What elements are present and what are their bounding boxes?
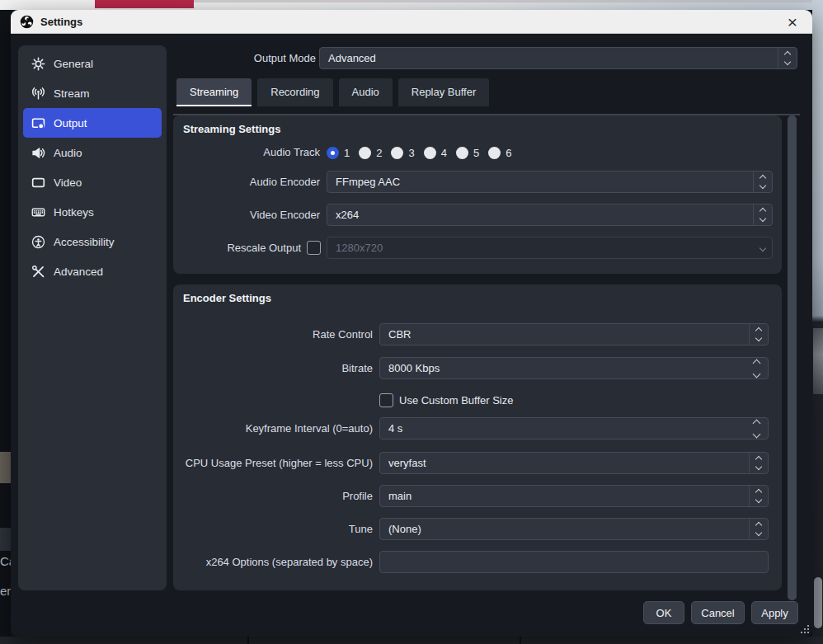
sidebar-item-label: Advanced (54, 266, 103, 278)
spinner-icon (753, 204, 772, 225)
spinbox-arrows-icon[interactable] (754, 360, 760, 377)
spinner-icon (749, 486, 768, 506)
sidebar-item-accessibility[interactable]: Accessibility (23, 227, 162, 256)
audio-track-radio-6[interactable]: 6 (488, 147, 511, 159)
output-mode-select[interactable]: Advanced (319, 47, 797, 69)
video-encoder-label: Video Encoder (173, 204, 320, 226)
resize-grip[interactable] (799, 623, 810, 634)
sidebar-item-video[interactable]: Video (23, 167, 162, 197)
background-photo-fragment (0, 452, 11, 483)
spinner-icon (749, 453, 768, 473)
sidebar-item-output[interactable]: Output (23, 108, 162, 138)
sidebar-item-label: Output (54, 117, 87, 129)
cancel-button[interactable]: Cancel (691, 601, 745, 624)
desktop-background-right (812, 0, 823, 644)
tab-replay-buffer[interactable]: Replay Buffer (398, 78, 490, 106)
rate-control-label: Rate Control (173, 323, 373, 346)
apply-button[interactable]: Apply (751, 601, 798, 624)
obs-logo-icon (20, 15, 34, 29)
tools-icon (31, 265, 45, 279)
window-title: Settings (40, 16, 82, 28)
tab-streaming[interactable]: Streaming (176, 78, 252, 106)
speaker-icon (31, 146, 45, 160)
desktop-background-bottom (0, 637, 823, 644)
close-icon: × (788, 13, 797, 31)
x264-options-input[interactable] (379, 551, 769, 573)
streaming-settings-title: Streaming Settings (183, 123, 280, 135)
spinner-icon (753, 172, 772, 192)
x264-options-label: x264 Options (separated by space) (173, 551, 373, 573)
radio-icon (359, 147, 371, 159)
background-window-scrollbar (814, 577, 822, 628)
streaming-settings-panel: Streaming Settings Audio Track 1 2 3 4 5 (173, 115, 782, 274)
tab-audio[interactable]: Audio (339, 78, 393, 106)
tune-label: Tune (173, 518, 373, 540)
background-red-bar (95, 0, 194, 8)
sidebar-item-label: Video (54, 176, 82, 189)
use-custom-buffer-checkbox[interactable] (379, 393, 393, 407)
audio-track-radio-3[interactable]: 3 (391, 147, 414, 159)
bitrate-spinbox[interactable]: 8000 Kbps (379, 357, 769, 379)
spinner-icon (749, 519, 768, 539)
background-divider (520, 637, 521, 644)
audio-encoder-select[interactable]: FFmpeg AAC (327, 171, 773, 193)
background-thin-line (194, 0, 823, 2)
audio-track-radio-group: 1 2 3 4 5 6 (327, 144, 511, 161)
keyboard-icon (31, 205, 45, 219)
audio-track-label: Audio Track (173, 141, 320, 163)
gear-icon (31, 57, 45, 71)
monitor-icon (31, 176, 45, 190)
background-divider (247, 637, 249, 644)
spinbox-arrows-icon[interactable] (754, 421, 760, 437)
rate-control-select[interactable]: CBR (379, 323, 769, 346)
sidebar-item-advanced[interactable]: Advanced (23, 256, 162, 286)
tab-recording[interactable]: Recording (257, 78, 332, 106)
settings-sidebar: General Stream Output (18, 45, 167, 590)
output-mode-label: Output Mode (200, 47, 316, 69)
sidebar-item-general[interactable]: General (23, 49, 162, 78)
audio-track-radio-2[interactable]: 2 (359, 147, 382, 159)
background-photo-streak (813, 328, 823, 394)
radio-icon (424, 147, 436, 159)
encoder-settings-panel: Encoder Settings Rate Control CBR Bitrat… (173, 284, 782, 590)
cpu-usage-preset-select[interactable]: veryfast (379, 452, 769, 474)
profile-select[interactable]: main (379, 485, 769, 507)
sidebar-item-audio[interactable]: Audio (23, 138, 162, 167)
video-encoder-select[interactable]: x264 (327, 204, 773, 226)
tune-select[interactable]: (None) (379, 518, 769, 540)
background-panel-fragment (0, 528, 11, 551)
sidebar-item-label: Audio (54, 147, 82, 159)
close-button[interactable]: × (779, 10, 806, 34)
sidebar-item-label: General (54, 58, 93, 70)
cpu-usage-preset-label: CPU Usage Preset (higher = less CPU) (173, 452, 373, 474)
radio-icon (456, 147, 468, 159)
audio-track-radio-1[interactable]: 1 (327, 147, 350, 159)
stream-antenna-icon (31, 87, 45, 101)
radio-selected-icon (327, 147, 339, 159)
encoder-settings-title: Encoder Settings (183, 292, 271, 304)
settings-dialog: Settings × General Stream (11, 10, 812, 637)
audio-track-radio-5[interactable]: 5 (456, 147, 479, 159)
custom-buffer-row: Use Custom Buffer Size (379, 392, 513, 408)
sidebar-item-stream[interactable]: Stream (23, 78, 162, 108)
spinner-icon (778, 48, 797, 68)
bitrate-label: Bitrate (173, 357, 373, 379)
accessibility-icon (31, 235, 45, 249)
sidebar-item-label: Hotkeys (54, 206, 94, 219)
background-text-fragment: Ca (0, 554, 11, 568)
profile-label: Profile (173, 485, 373, 507)
ok-button[interactable]: OK (643, 601, 684, 624)
audio-track-radio-4[interactable]: 4 (424, 147, 447, 159)
titlebar: Settings × (11, 10, 812, 34)
content-scrollbar[interactable] (788, 115, 797, 600)
spinner-icon (749, 324, 768, 345)
sidebar-item-label: Stream (54, 87, 90, 100)
rescale-output-checkbox[interactable] (307, 241, 321, 255)
rescale-resolution-select[interactable]: 1280x720 (327, 237, 773, 259)
chevron-down-icon (754, 237, 772, 258)
background-text-fragment: er (0, 584, 11, 598)
sidebar-item-label: Accessibility (54, 236, 115, 248)
radio-icon (391, 147, 403, 159)
keyframe-interval-spinbox[interactable]: 4 s (379, 417, 769, 440)
sidebar-item-hotkeys[interactable]: Hotkeys (23, 197, 162, 227)
